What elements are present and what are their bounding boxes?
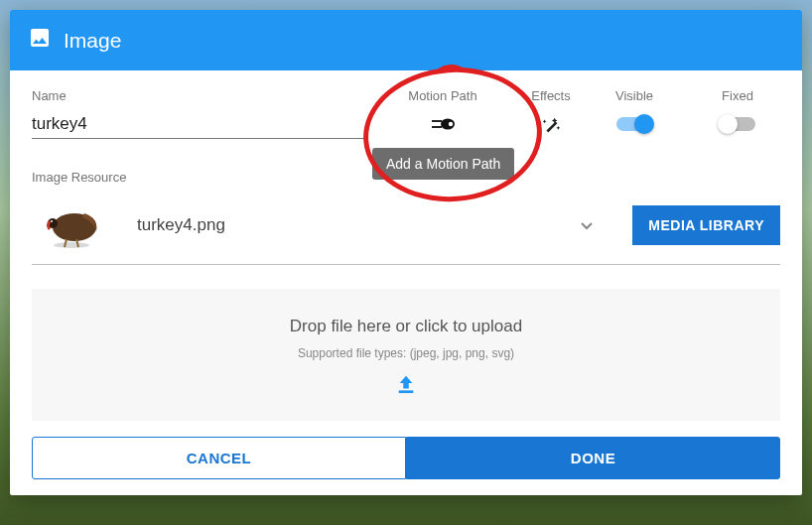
dialog-body: Name Motion Path Effects Visible (10, 70, 802, 495)
properties-row: Name Motion Path Effects Visible (32, 88, 780, 142)
name-field-block: Name (32, 88, 364, 139)
svg-point-3 (449, 122, 453, 126)
dropzone-title: Drop file here or click to upload (42, 317, 770, 336)
image-thumbnail (32, 200, 111, 250)
cancel-button[interactable]: CANCEL (32, 437, 406, 479)
dialog-title: Image (64, 29, 121, 53)
image-icon (28, 26, 52, 55)
upload-dropzone[interactable]: Drop file here or click to upload Suppor… (32, 289, 780, 421)
magic-wand-icon[interactable] (540, 115, 562, 142)
visible-toggle[interactable] (616, 117, 652, 131)
motion-path-column: Motion Path (388, 88, 497, 135)
motion-path-label: Motion Path (388, 88, 497, 103)
fixed-label: Fixed (708, 88, 767, 103)
resource-dropdown-icon[interactable] (581, 216, 593, 234)
visible-column: Visible (605, 88, 664, 135)
dropzone-subtitle: Supported file types: (jpeg, jpg, png, s… (42, 346, 770, 360)
dialog-footer: CANCEL DONE (32, 437, 780, 479)
visible-label: Visible (605, 88, 664, 103)
fixed-column: Fixed (708, 88, 767, 135)
image-dialog: Image Name Motion Path Effects Visib (10, 10, 802, 495)
svg-point-4 (54, 242, 89, 248)
effects-label: Effects (521, 88, 581, 103)
image-resource-row: turkey4.png MEDIA LIBRARY (32, 191, 780, 265)
svg-rect-10 (399, 390, 414, 393)
image-filename: turkey4.png (137, 215, 555, 235)
name-label: Name (32, 88, 364, 103)
media-library-button[interactable]: MEDIA LIBRARY (632, 205, 780, 245)
motion-path-tooltip: Add a Motion Path (372, 148, 514, 180)
dialog-header: Image (10, 10, 802, 70)
motion-path-icon[interactable] (430, 117, 456, 135)
name-input[interactable] (32, 111, 364, 139)
fixed-toggle[interactable] (720, 117, 755, 131)
done-button[interactable]: DONE (406, 437, 780, 479)
effects-column: Effects (521, 88, 581, 142)
svg-point-7 (51, 220, 53, 222)
upload-icon (42, 374, 770, 399)
